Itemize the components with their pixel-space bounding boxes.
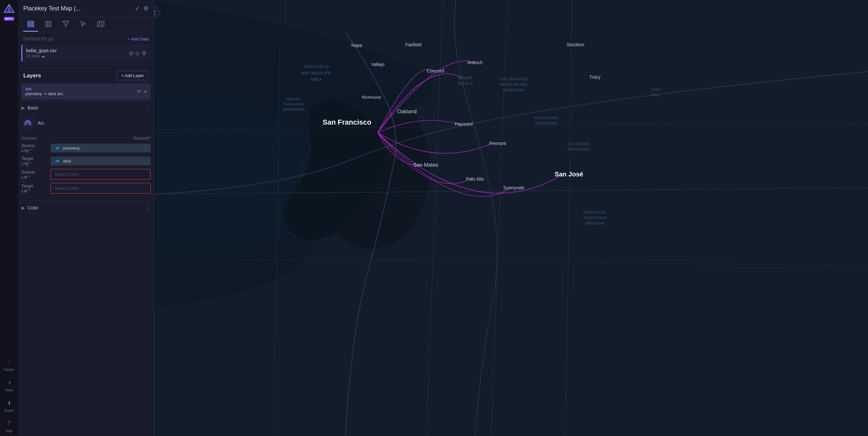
svg-text:Hayward: Hayward — [455, 122, 472, 127]
target-lng-label: TargetLng * — [21, 156, 47, 166]
share-icon: ↗ — [4, 378, 13, 387]
columns-header-label: Columns — [21, 136, 37, 140]
svg-text:San Francisco: San Francisco — [323, 118, 371, 126]
export-icon: ⬇ — [4, 398, 13, 407]
svg-text:San José: San José — [555, 171, 583, 178]
tab-interactions[interactable] — [76, 17, 91, 32]
svg-rect-5 — [28, 26, 34, 27]
svg-text:Fremont: Fremont — [489, 141, 506, 146]
svg-text:WATERSHED: WATERSHED — [535, 122, 558, 125]
layers-header: Layers + Add Layer — [18, 67, 154, 83]
svg-text:WATERSHED: WATERSHED — [502, 88, 525, 92]
required-label: Required* — [133, 136, 151, 140]
tab-map[interactable] — [93, 17, 108, 32]
sidebar-help[interactable]: ? Help — [0, 415, 18, 436]
dataset-rows: 11 rows ☁ — [26, 54, 126, 58]
svg-text:Concord: Concord — [427, 68, 444, 73]
source-lng-tag: str placekey — [51, 144, 151, 153]
columns-row-header: Columns Required* — [21, 135, 151, 143]
map-title: Placekey Test Map (... — [23, 5, 131, 12]
svg-text:Vallejo: Vallejo — [371, 62, 384, 67]
datasets-section-header: Datasets (1) + Add Data — [18, 32, 154, 45]
add-layer-button[interactable]: + Add Layer — [116, 71, 149, 80]
svg-text:Stockton: Stockton — [567, 42, 584, 47]
svg-text:RESEVOIR AND: RESEVOIR AND — [500, 82, 527, 87]
svg-rect-9 — [49, 25, 51, 27]
svg-text:SAN ANTONIO: SAN ANTONIO — [534, 116, 559, 120]
svg-text:TAMALPAIS: TAMALPAIS — [283, 102, 304, 106]
layer-info: Arc placekey -> dest arc — [25, 87, 134, 96]
svg-text:Oakland: Oakland — [397, 109, 417, 114]
datasets-label: Datasets (1) — [23, 37, 54, 41]
svg-marker-10 — [63, 21, 69, 27]
color-config-section: ▶ Color ⋮ — [21, 201, 151, 214]
svg-rect-8 — [46, 25, 48, 27]
dataset-delete-icon[interactable]: 🗑 — [142, 50, 147, 56]
source-lng-row: SourceLng * str placekey — [21, 143, 151, 153]
settings-gear-icon[interactable]: ⚙ — [144, 5, 149, 12]
arc-type-icon — [21, 116, 34, 130]
dataset-name: boba_guys.csv — [26, 48, 126, 53]
basic-toggle-arrow: ▶ — [21, 105, 25, 110]
arc-type-label: Arc — [38, 121, 44, 126]
layer-name: placekey -> dest arc — [25, 91, 134, 96]
source-lat-label: SourceLat * — [21, 170, 47, 179]
sidebar-publish[interactable]: ↑ Publish — [0, 355, 18, 375]
layer-actions: 👁 ▾ — [137, 89, 147, 95]
app-logo — [3, 3, 15, 15]
map-area: ❮ SAN PABLO BAY WILDLIFE AREA MOUNT T — [154, 0, 868, 436]
layers-title: Layers — [23, 72, 41, 79]
toolbar-tabs — [18, 17, 154, 32]
svg-text:Fairfield: Fairfield — [405, 42, 422, 47]
columns-config: Columns Required* SourceLng * str placek… — [21, 133, 151, 199]
tab-filter[interactable] — [58, 17, 73, 32]
source-lat-row: SourceLat * — [21, 169, 151, 180]
sidebar-share[interactable]: ↗ Share — [0, 375, 18, 395]
help-icon: ? — [4, 419, 13, 428]
svg-rect-7 — [49, 21, 51, 23]
basic-section-menu-icon[interactable]: ⋮ — [145, 104, 151, 111]
color-section-title: Color — [28, 205, 142, 210]
add-data-button[interactable]: + Add Data — [128, 37, 149, 41]
map-svg: SAN PABLO BAY WILDLIFE AREA MOUNT TAMALP… — [154, 0, 868, 436]
panel-header: Placekey Test Map (... ✓ ⚙ — [18, 0, 154, 17]
svg-text:AREA: AREA — [310, 77, 322, 82]
dataset-actions: ⊞ ◎ 🗑 — [129, 50, 147, 56]
svg-text:Sunnyvale: Sunnyvale — [503, 185, 525, 190]
layer-visibility-icon[interactable]: 👁 — [137, 89, 142, 94]
target-lat-select[interactable] — [51, 183, 151, 194]
dataset-item: boba_guys.csv 11 rows ☁ ⊞ ◎ 🗑 — [21, 45, 151, 62]
str-type-badge-2: str — [54, 159, 61, 164]
tab-layers[interactable] — [23, 17, 38, 32]
main-panel: Placekey Test Map (... ✓ ⚙ — [18, 0, 154, 436]
svg-text:Antioch: Antioch — [468, 60, 483, 65]
layer-card: Arc placekey -> dest arc 👁 ▾ — [21, 83, 151, 99]
svg-text:WATERSHED: WATERSHED — [567, 147, 590, 151]
color-section-header[interactable]: ▶ Color ⋮ — [21, 201, 151, 214]
svg-rect-6 — [46, 21, 48, 23]
basic-section-header[interactable]: ▶ Basic ⋮ — [21, 101, 151, 114]
sidebar-export[interactable]: ⬇ Export — [0, 395, 18, 415]
color-section-menu-icon[interactable]: ⋮ — [145, 204, 151, 211]
target-lat-label: TargetLat * — [21, 183, 47, 193]
source-lat-select[interactable] — [51, 169, 151, 180]
svg-text:Napa: Napa — [351, 43, 362, 48]
source-lng-label: SourceLng * — [21, 143, 47, 153]
svg-text:RAN...: RAN... — [651, 93, 662, 97]
svg-text:MOUNT: MOUNT — [458, 76, 473, 80]
svg-rect-4 — [28, 23, 34, 25]
svg-text:SIERRA AZUL: SIERRA AZUL — [583, 210, 607, 214]
layer-expand-icon[interactable]: ▾ — [144, 89, 147, 95]
cloud-icon: ☁ — [41, 54, 45, 58]
svg-text:Palo Alto: Palo Alto — [466, 176, 484, 181]
dataset-table-icon[interactable]: ⊞ — [129, 50, 133, 56]
svg-text:SAN PABLO: SAN PABLO — [304, 64, 329, 69]
basic-section-title: Basic — [28, 105, 142, 110]
svg-text:CALAVERAS: CALAVERAS — [568, 142, 590, 146]
tab-data[interactable] — [41, 17, 56, 32]
svg-text:WATERSHED: WATERSHED — [282, 107, 305, 111]
svg-text:BAY WILDLIFE: BAY WILDLIFE — [301, 71, 331, 75]
dataset-info-icon[interactable]: ◎ — [135, 50, 140, 56]
dataset-info: boba_guys.csv 11 rows ☁ — [26, 48, 126, 58]
publish-icon: ↑ — [4, 358, 13, 367]
